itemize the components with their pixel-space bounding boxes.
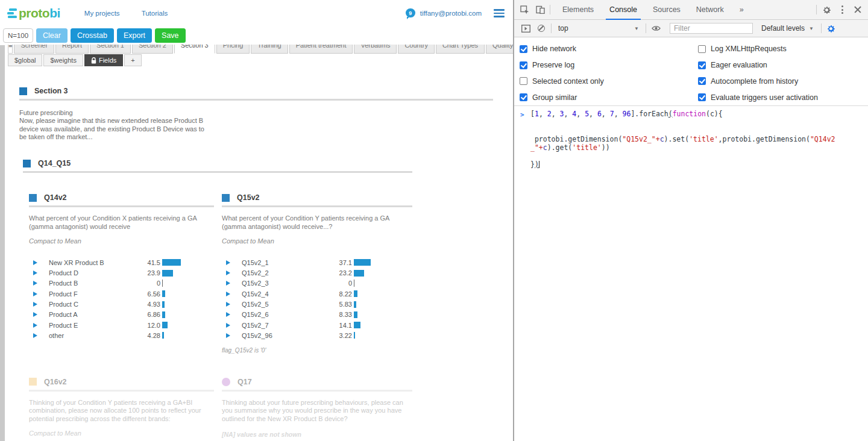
hamburger-menu-icon[interactable] [494,8,505,19]
settings-gear-icon[interactable] [819,2,834,17]
section-tab[interactable]: Pricing [216,45,250,54]
console-setting[interactable]: Eager evaluation [698,57,818,74]
data-row[interactable]: Q15v2_7 14.1 [222,320,412,330]
section-tab[interactable]: Section 2 [132,45,173,54]
checkbox[interactable] [698,77,706,85]
protobi-logo[interactable]: protobi [7,6,60,20]
question-title[interactable]: Q15v2 [237,193,260,202]
display-mode-label[interactable]: Compact to Mean [222,237,412,245]
checkbox[interactable] [520,77,527,85]
toolbar-button[interactable]: Save [155,28,186,43]
checkbox[interactable] [520,45,527,53]
expand-triangle-icon[interactable] [226,323,230,328]
data-row[interactable]: Product F 6.56 [29,289,214,299]
toolbar-button[interactable]: Crosstab [71,28,114,43]
console-setting[interactable]: Autocomplete from history [698,74,818,90]
filter-input[interactable] [670,23,753,34]
group-title[interactable]: Q14_Q15 [38,159,71,167]
console-setting[interactable]: Log XMLHttpRequests [698,41,818,57]
toolbar-button[interactable]: Clear [36,28,68,43]
data-row[interactable]: New XR Product B 41.5 [29,257,214,267]
checkbox[interactable] [698,93,706,101]
section-tab[interactable]: Patient treatment [289,45,353,54]
display-mode-label[interactable]: Compact to Mean [29,430,214,437]
console-setting[interactable]: Selected context only [520,74,698,90]
inspect-element-icon[interactable] [517,2,532,17]
expand-triangle-icon[interactable] [226,281,230,286]
console-setting[interactable]: Hide network [520,41,698,57]
field-subtab[interactable]: $weights [43,54,83,66]
field-subtab[interactable]: + [124,54,141,66]
section-tab[interactable]: Report [55,45,89,54]
checkbox[interactable] [698,61,706,69]
console-setting[interactable]: Evaluate triggers user activation [698,89,818,105]
checkbox[interactable] [520,93,527,101]
data-row[interactable]: Product E 12.0 [29,320,214,330]
devtools-tab[interactable]: Sources [649,0,684,20]
section-tab[interactable]: Country [398,45,435,54]
question-title[interactable]: Q16v2 [44,378,67,386]
checkbox[interactable] [698,45,706,53]
section-tab[interactable]: Quality checks [486,45,513,54]
data-row[interactable]: Q15v2_1 37.1 [222,257,412,267]
question-title[interactable]: Q17 [237,378,252,386]
kebab-menu-icon[interactable] [834,2,850,17]
data-row[interactable]: Q15v2_2 23.2 [222,267,412,278]
section-tab[interactable]: Section 1 [90,45,131,54]
expand-triangle-icon[interactable] [226,292,230,296]
expand-triangle-icon[interactable] [33,271,37,275]
live-expression-eye-icon[interactable] [648,20,664,36]
tabs-menu-icon[interactable]: ≡ [8,45,13,54]
data-row[interactable]: Product C 4.93 [29,299,214,309]
console-setting[interactable]: Group similar [520,89,698,105]
section-tab[interactable]: Screener [14,45,54,54]
clear-console-icon[interactable] [533,20,549,36]
data-row[interactable]: Q15v2_4 8.22 [222,289,412,299]
user-email[interactable]: tiffany@protobi.com [420,10,482,17]
notification-badge[interactable]: 9 [406,8,415,17]
console-settings-gear-icon[interactable] [823,20,839,36]
device-toolbar-icon[interactable] [532,2,548,17]
devtools-tab[interactable]: » [736,0,747,20]
expand-triangle-icon[interactable] [226,312,230,317]
expand-triangle-icon[interactable] [33,312,37,317]
nav-link[interactable]: My projects [84,10,120,17]
expand-triangle-icon[interactable] [33,292,37,296]
left-scrollbar[interactable] [0,45,5,441]
expand-triangle-icon[interactable] [226,302,230,307]
question-title[interactable]: Q14v2 [44,193,67,202]
data-row[interactable]: Q15v2_5 5.83 [222,299,412,309]
section-title[interactable]: Section 3 [34,87,68,95]
section-tab[interactable]: Section 3 [174,45,215,54]
section-tab[interactable]: Chart Types [436,45,485,54]
section-tab[interactable]: Training [251,45,288,54]
console-sidebar-icon[interactable] [518,20,533,36]
devtools-tab[interactable]: Network [693,0,728,20]
field-subtab[interactable]: Fields [84,54,123,66]
data-row[interactable]: Q15v2_6 8.33 [222,310,412,320]
expand-triangle-icon[interactable] [226,260,230,265]
expand-triangle-icon[interactable] [226,271,230,275]
data-row[interactable]: Product D 23.9 [29,267,214,278]
toolbar-button[interactable]: Export [117,28,152,43]
expand-triangle-icon[interactable] [33,323,37,328]
data-row[interactable]: Q15v2_96 3.22 [222,330,412,340]
context-selector[interactable]: top ▼ [553,24,644,33]
field-subtab[interactable]: $global [8,54,42,66]
console-setting[interactable]: Preserve log [520,57,698,74]
devtools-tab[interactable]: Elements [559,0,597,20]
data-row[interactable]: other 4.28 [29,330,214,340]
close-devtools-icon[interactable] [850,2,866,17]
console-code[interactable]: [1, 2, 3, 4, 5, 6, 7, 96].forEach(functi… [530,110,862,169]
expand-triangle-icon[interactable] [33,281,37,286]
sample-size-input[interactable]: N=100 [3,28,33,43]
devtools-tab[interactable]: Console [606,0,641,20]
section-tab[interactable]: Verbatims [354,45,397,54]
data-row[interactable]: Q15v2_3 0 [222,278,412,289]
display-mode-label[interactable]: Compact to Mean [29,237,214,245]
data-row[interactable]: Product A 6.86 [29,310,214,320]
expand-triangle-icon[interactable] [226,333,230,338]
nav-link[interactable]: Tutorials [142,10,168,17]
log-levels-dropdown[interactable]: Default levels ▼ [761,24,814,33]
console-input-area[interactable]: > [1, 2, 3, 4, 5, 6, 7, 96].forEach(func… [514,106,868,377]
